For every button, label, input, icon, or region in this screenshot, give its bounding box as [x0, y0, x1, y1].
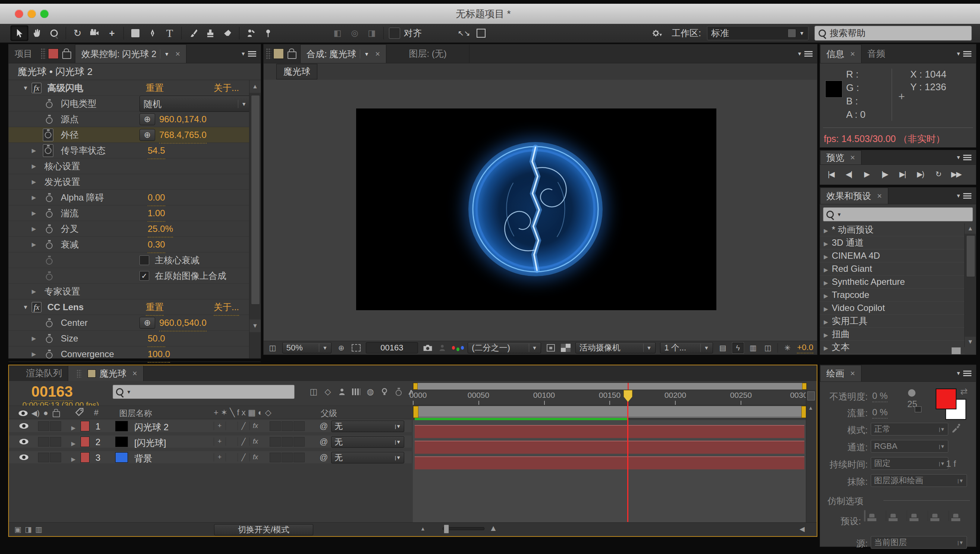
checkbox-unchecked[interactable]: [139, 255, 149, 265]
zoom-out-mountain-icon[interactable]: ▲: [420, 526, 425, 532]
parent-dropdown[interactable]: 无|▼: [331, 420, 404, 432]
quality-switch-icon[interactable]: ╱: [237, 437, 249, 446]
category-video-copilot[interactable]: Video Copilot: [820, 302, 965, 315]
property-value[interactable]: 100.0: [148, 346, 170, 363]
property-row-turbulence[interactable]: 湍流 1.00: [9, 205, 261, 221]
track-area[interactable]: [413, 420, 806, 523]
brush-tool[interactable]: [185, 26, 202, 41]
zoom-in-mountain-icon[interactable]: ▲: [489, 524, 497, 533]
panel-menu-icon[interactable]: ▼: [956, 45, 976, 63]
hand-tool[interactable]: [28, 26, 46, 41]
flow-value[interactable]: 0 %: [872, 407, 888, 419]
axis-mode-world-icon[interactable]: ◎: [346, 26, 363, 41]
scroll-down-icon[interactable]: ▼: [965, 337, 976, 347]
clone-stamp-tool[interactable]: [202, 26, 219, 41]
exposure-value[interactable]: +0.0: [797, 342, 813, 353]
property-row-center[interactable]: Center ⊕ 960.0,540.0: [9, 315, 261, 331]
category-cinema4d[interactable]: CINEMA 4D: [820, 249, 965, 263]
expand-transfer-controls-icon[interactable]: ◨: [23, 525, 33, 534]
stopwatch-icon[interactable]: [45, 193, 53, 202]
mode-dropdown[interactable]: 正常|▼: [871, 423, 948, 435]
tab-preview[interactable]: 预览×: [820, 150, 861, 164]
quality-switch-icon[interactable]: ╱: [237, 453, 249, 462]
layer-visibility-icon[interactable]: [19, 454, 28, 460]
play-button[interactable]: ▶: [859, 168, 875, 180]
property-value[interactable]: 960.0,540.0: [159, 315, 207, 331]
fast-preview-icon[interactable]: ϟ: [732, 342, 744, 353]
parent-dropdown[interactable]: 无|▼: [331, 436, 404, 448]
category-trapcode[interactable]: Trapcode: [820, 288, 965, 302]
new-preset-icon[interactable]: [951, 347, 961, 355]
grid-guides-icon[interactable]: ▤: [717, 343, 728, 353]
view-layout-icon[interactable]: ◫: [268, 343, 278, 353]
reset-link[interactable]: 重置: [146, 299, 164, 316]
workspace-gear-icon[interactable]: [649, 26, 666, 41]
axis-mode-local-icon[interactable]: ◧: [329, 26, 346, 41]
parent-pickwhip-icon[interactable]: @: [320, 437, 328, 447]
roto-brush-tool[interactable]: [242, 26, 260, 41]
property-row-conductivity[interactable]: 传导率状态 54.5: [9, 143, 261, 158]
parent-dropdown[interactable]: 无|▼: [331, 452, 404, 463]
close-tab-icon[interactable]: ×: [175, 49, 180, 59]
group-row-expert-settings[interactable]: 专家设置: [9, 284, 261, 299]
eraser-tool[interactable]: [219, 26, 236, 41]
stopwatch-icon[interactable]: [45, 209, 53, 218]
motion-blur-icon[interactable]: ◍: [364, 386, 377, 397]
stopwatch-icon[interactable]: [45, 349, 53, 359]
opacity-value[interactable]: 0 %: [872, 391, 888, 402]
resolution-dropdown[interactable]: (二分之一)▼: [468, 342, 541, 353]
bounds-icon[interactable]: [472, 26, 490, 41]
channel-rgb-icon[interactable]: [452, 343, 463, 353]
draft-3d-icon[interactable]: ◇: [322, 386, 334, 397]
stopwatch-icon[interactable]: [45, 240, 53, 249]
property-row-lightning-type[interactable]: 闪电类型 随机 ▼: [9, 96, 261, 111]
clone-preset-5-button[interactable]: [948, 510, 949, 521]
next-frame-button[interactable]: |▶: [877, 168, 892, 180]
expand-icon[interactable]: ↖↘: [455, 26, 472, 41]
property-row-size[interactable]: Size 50.0: [9, 331, 261, 346]
property-value[interactable]: 50.0: [148, 331, 165, 347]
work-area-start-handle[interactable]: [413, 406, 418, 418]
timeline-navigator-bar[interactable]: [413, 382, 807, 390]
checkbox-row-composite-on-original[interactable]: ✓ 在原始图像上合成: [9, 268, 261, 284]
rotation-tool[interactable]: ↻: [69, 26, 86, 41]
comp-frame[interactable]: [356, 108, 716, 310]
vertical-scrollbar[interactable]: ▲ ▼: [964, 223, 976, 347]
property-value[interactable]: 1.00: [148, 205, 165, 222]
timeline-icon[interactable]: ▥: [748, 343, 759, 353]
tab-effects-presets[interactable]: 效果和预设×: [820, 188, 888, 204]
category-utility[interactable]: 实用工具: [820, 315, 965, 328]
panel-menu-icon[interactable]: ▼: [956, 365, 976, 381]
comp-view-tab[interactable]: 魔光球: [276, 64, 317, 80]
magnification-dropdown[interactable]: 50%▼: [282, 342, 332, 353]
tab-audio[interactable]: 音频: [861, 45, 891, 63]
layer-row-3[interactable]: 3 背景 + ╱ fx @ 无|▼: [9, 451, 412, 463]
current-time-display[interactable]: 00163: [366, 342, 418, 353]
clone-preset-4-button[interactable]: [927, 510, 928, 521]
category-distort[interactable]: 扭曲: [820, 328, 965, 341]
transparency-grid-icon[interactable]: [561, 343, 571, 353]
pan-behind-tool[interactable]: +: [103, 26, 120, 41]
tab-composition[interactable]: 合成: 魔光球 ▼ ×: [300, 45, 386, 63]
switch-cell[interactable]: [226, 453, 237, 462]
snap-checkbox[interactable]: [389, 28, 400, 39]
category-animation-presets[interactable]: * 动画预设: [820, 223, 965, 236]
reset-link[interactable]: 重置: [146, 80, 164, 97]
panel-menu-icon[interactable]: ▼: [956, 150, 976, 164]
stopwatch-icon[interactable]: [45, 99, 53, 108]
stopwatch-icon[interactable]: [45, 318, 53, 328]
comp-marker-button[interactable]: [807, 392, 815, 400]
close-tab-icon[interactable]: ×: [375, 49, 380, 59]
duration-dropdown[interactable]: 固定|▼: [871, 457, 948, 470]
switch-cell[interactable]: [226, 437, 237, 446]
property-row-origin[interactable]: 源点 ⊕ 960.0,174.0: [9, 111, 261, 127]
anchor-switch-icon[interactable]: +: [214, 437, 225, 446]
auto-keyframe-icon[interactable]: [392, 386, 405, 397]
effect-header-advanced-lightning[interactable]: fx 高级闪电 重置 关于...: [9, 80, 261, 96]
panel-color-swatch[interactable]: [273, 48, 284, 59]
stopwatch-icon[interactable]: [45, 334, 53, 343]
expand-layer-switches-icon[interactable]: ▣: [13, 525, 23, 534]
parent-pickwhip-icon[interactable]: @: [320, 452, 328, 462]
layer-label-chip[interactable]: [81, 452, 89, 463]
snapshot-camera-icon[interactable]: [422, 343, 433, 353]
